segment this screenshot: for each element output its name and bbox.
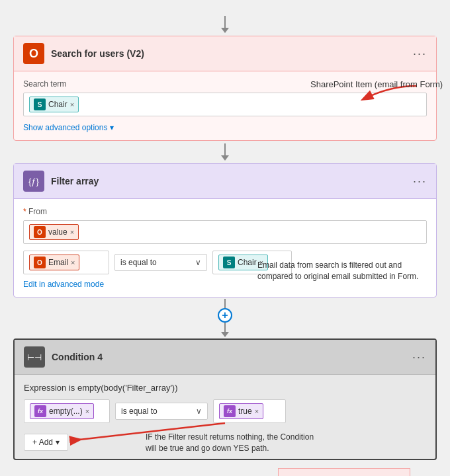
email-token-text: Email bbox=[48, 258, 68, 267]
search-users-card: O Search for users (V2) ··· Search term … bbox=[13, 36, 437, 141]
search-card-title: Search for users (V2) bbox=[51, 48, 413, 59]
condition-card-menu[interactable]: ··· bbox=[412, 350, 426, 364]
chevron-down-icon: ▾ bbox=[110, 123, 114, 132]
connector-arrow bbox=[221, 332, 229, 337]
true-fx-icon: fx bbox=[224, 405, 236, 417]
empty-token-close[interactable]: × bbox=[85, 407, 89, 415]
chair-filter-text: Chair bbox=[238, 258, 257, 267]
search-card-header: O Search for users (V2) ··· bbox=[14, 36, 436, 71]
true-token-close[interactable]: × bbox=[255, 407, 259, 415]
plus-connector: + bbox=[218, 299, 232, 337]
condition-annotation: IF the Filter result returns nothing, th… bbox=[146, 432, 318, 454]
chair-token-close[interactable]: × bbox=[70, 100, 74, 108]
chair-token-text: Chair bbox=[48, 100, 68, 109]
from-input[interactable]: O value × bbox=[23, 220, 427, 244]
from-label: From bbox=[23, 207, 427, 216]
office-icon: O bbox=[23, 43, 44, 64]
true-input[interactable]: fx true × bbox=[213, 399, 286, 423]
email-token: O Email × bbox=[29, 255, 79, 270]
operator-dropdown[interactable]: is equal to ∨ bbox=[114, 254, 207, 271]
show-advanced-options[interactable]: Show advanced options ▾ bbox=[23, 123, 427, 132]
condition-operator-text: is equal to bbox=[121, 407, 158, 416]
condition-row: fx empty(...) × is equal to ∨ fx bbox=[24, 399, 426, 423]
connector-1 bbox=[221, 143, 229, 161]
filter-annotation-text: Email data from search is filtered out a… bbox=[257, 260, 418, 281]
chair-filter-icon: S bbox=[223, 257, 235, 268]
email-input[interactable]: O Email × bbox=[23, 251, 109, 274]
empty-token: fx empty(...) × bbox=[30, 403, 94, 419]
value-token: O value × bbox=[29, 224, 79, 240]
empty-token-text: empty(...) bbox=[49, 407, 83, 416]
condition-icon: ⊢⊣ bbox=[24, 346, 45, 368]
filter-card-header: {ƒ} Filter array ··· bbox=[14, 164, 436, 199]
add-label: + Add bbox=[32, 438, 53, 447]
sharepoint-icon: S bbox=[34, 99, 46, 110]
condition-card-title: Condition 4 bbox=[52, 352, 412, 362]
filter-card-menu[interactable]: ··· bbox=[413, 175, 427, 188]
show-advanced-label: Show advanced options bbox=[23, 123, 107, 132]
filter-card-body: From O value × O Email bbox=[14, 199, 436, 297]
if-no-box: ✕ If no bbox=[278, 468, 410, 476]
operator-text: is equal to bbox=[120, 258, 157, 267]
bottom-section: ✕ If no bbox=[13, 460, 437, 476]
condition-operator-dropdown[interactable]: is equal to ∨ bbox=[115, 403, 208, 420]
add-step-button[interactable]: + bbox=[218, 308, 232, 323]
expression-text: Expression is empty(body('Filter_array')… bbox=[24, 383, 426, 393]
value-token-icon: O bbox=[34, 226, 46, 238]
value-token-text: value bbox=[48, 227, 68, 237]
email-token-icon: O bbox=[34, 257, 46, 268]
filter-card-title: Filter array bbox=[51, 176, 413, 186]
search-card-menu[interactable]: ··· bbox=[413, 47, 427, 61]
email-token-close[interactable]: × bbox=[71, 258, 75, 266]
condition-annotation-text: IF the Filter result returns nothing, th… bbox=[146, 432, 314, 453]
chevron-add-icon: ▾ bbox=[56, 438, 60, 447]
filter-icon: {ƒ} bbox=[23, 171, 44, 192]
filter-array-card: {ƒ} Filter array ··· From O value × bbox=[13, 163, 437, 298]
true-token-text: true bbox=[238, 407, 252, 416]
value-token-close[interactable]: × bbox=[70, 228, 74, 236]
true-token: fx true × bbox=[219, 403, 263, 419]
empty-input[interactable]: fx empty(...) × bbox=[24, 399, 110, 423]
condition-card-header: ⊢⊣ Condition 4 ··· bbox=[15, 340, 435, 375]
chevron-down-icon: ∨ bbox=[195, 258, 201, 267]
chair-token: S Chair × bbox=[29, 97, 79, 112]
fx-icon: fx bbox=[34, 405, 46, 417]
add-button[interactable]: + Add ▾ bbox=[24, 434, 68, 451]
sharepoint-annotation: SharePoint Item (email from Form) bbox=[310, 79, 443, 121]
filter-annotation: Email data from search is filtered out a… bbox=[257, 260, 429, 282]
sharepoint-annotation-text: SharePoint Item (email from Form) bbox=[310, 79, 443, 89]
top-connector bbox=[221, 16, 229, 33]
chevron-down-icon-2: ∨ bbox=[196, 407, 202, 416]
